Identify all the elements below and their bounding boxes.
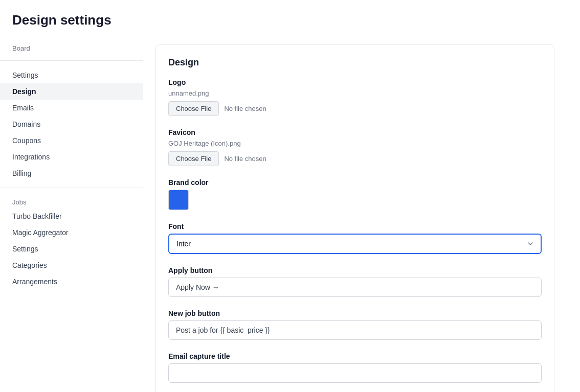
sidebar-board-label: Board: [0, 40, 143, 54]
brand-color-field-group: Brand color: [168, 178, 542, 210]
sidebar-item-magic-aggregator[interactable]: Magic Aggregator: [0, 224, 143, 241]
favicon-choose-file-button[interactable]: Choose File: [168, 151, 219, 166]
logo-choose-file-button[interactable]: Choose File: [168, 101, 219, 116]
apply-button-label: Apply button: [168, 266, 542, 274]
page-wrapper: Design settings Board Settings Design Em…: [0, 0, 580, 392]
sidebar-divider-board: [0, 60, 143, 61]
sidebar-divider-jobs: [0, 188, 143, 188]
logo-field-group: Logo unnamed.png Choose File No file cho…: [168, 78, 542, 116]
logo-file-input-row: Choose File No file chosen: [168, 101, 542, 116]
sidebar-item-coupons[interactable]: Coupons: [0, 132, 143, 149]
email-capture-title-field-group: Email capture title: [168, 352, 542, 383]
email-capture-title-input[interactable]: [168, 363, 542, 383]
brand-color-label: Brand color: [168, 178, 542, 187]
apply-button-input[interactable]: [168, 278, 542, 297]
favicon-field-group: Favicon GOJ Heritage (Icon).png Choose F…: [168, 128, 542, 166]
design-section-heading: Design: [168, 57, 542, 68]
email-capture-title-label: Email capture title: [168, 352, 542, 360]
sidebar-item-design[interactable]: Design: [0, 83, 143, 100]
content-area: Board Settings Design Emails Domains Cou…: [0, 36, 580, 392]
favicon-current-file: GOJ Heritage (Icon).png: [168, 140, 542, 147]
apply-button-field-group: Apply button: [168, 266, 542, 297]
logo-label: Logo: [168, 78, 542, 86]
sidebar-item-settings[interactable]: Settings: [0, 67, 143, 83]
brand-color-swatch[interactable]: [168, 190, 189, 210]
sidebar-item-turbo-backfiller[interactable]: Turbo Backfiller: [0, 208, 143, 224]
new-job-button-label: New job button: [168, 309, 542, 317]
logo-current-file: unnamed.png: [168, 89, 542, 97]
sidebar-item-emails[interactable]: Emails: [0, 100, 143, 116]
logo-no-file-text: No file chosen: [224, 105, 266, 112]
sidebar-item-settings-jobs[interactable]: Settings: [0, 241, 143, 257]
font-select[interactable]: Inter Roboto Open Sans Lato Montserrat P…: [168, 234, 542, 254]
favicon-no-file-text: No file chosen: [224, 155, 266, 163]
new-job-button-input[interactable]: [168, 320, 542, 340]
favicon-file-input-row: Choose File No file chosen: [168, 151, 542, 166]
sidebar-item-integrations[interactable]: Integrations: [0, 149, 143, 165]
main-content: Design Logo unnamed.png Choose File No f…: [143, 36, 580, 392]
sidebar: Board Settings Design Emails Domains Cou…: [0, 36, 143, 392]
page-title: Design settings: [0, 0, 580, 36]
favicon-label: Favicon: [168, 128, 542, 136]
sidebar-item-categories[interactable]: Categories: [0, 257, 143, 273]
sidebar-jobs-label: Jobs: [0, 194, 143, 208]
new-job-button-field-group: New job button: [168, 309, 542, 340]
font-label: Font: [168, 222, 542, 230]
sidebar-item-domains[interactable]: Domains: [0, 116, 143, 132]
sidebar-item-billing[interactable]: Billing: [0, 165, 143, 181]
sidebar-item-arrangements[interactable]: Arrangements: [0, 273, 143, 290]
design-card: Design Logo unnamed.png Choose File No f…: [155, 44, 554, 392]
font-field-group: Font Inter Roboto Open Sans Lato Montser…: [168, 222, 542, 254]
